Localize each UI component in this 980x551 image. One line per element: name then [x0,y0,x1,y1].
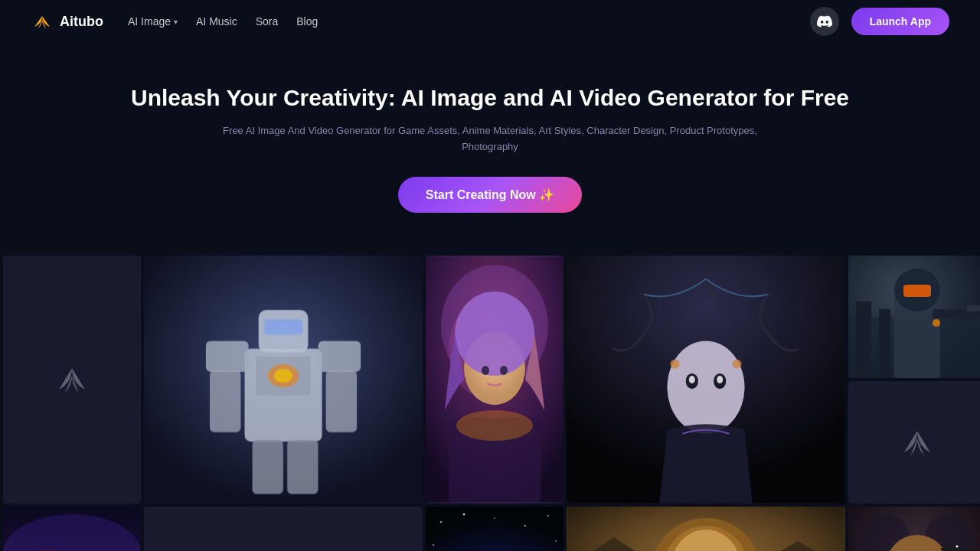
svg-rect-34 [879,309,890,378]
hero-subtitle: Free AI Image And Video Generator for Ga… [222,123,758,155]
discord-icon [817,14,832,29]
navbar-right: Launch App [810,7,949,36]
svg-point-27 [689,376,695,383]
svg-rect-7 [264,319,303,334]
svg-point-19 [482,366,489,375]
svg-rect-12 [253,439,283,494]
svg-point-30 [732,359,741,368]
svg-point-20 [500,366,508,375]
watermark-icon-bottom [264,549,302,551]
gallery-placeholder-bottom [144,507,423,551]
gallery-anime-girl [426,256,564,504]
soldier-image [848,256,980,378]
gallery-lion [567,507,845,551]
svg-point-18 [455,292,534,376]
svg-point-40 [933,319,940,327]
svg-point-58 [463,513,465,514]
svg-rect-10 [210,370,240,432]
hero-section: Unleash Your Creativity: AI Image and AI… [0,43,980,237]
dark-queen-image [567,256,845,504]
svg-rect-37 [903,285,931,297]
start-creating-button[interactable]: Start Creating Now ✨ [398,177,582,213]
gallery-mech-robot [144,256,423,504]
svg-point-88 [956,545,959,547]
svg-point-61 [547,515,549,517]
mech-robot-image [144,256,423,504]
svg-point-28 [717,376,723,383]
nav-sora[interactable]: Sora [256,15,279,28]
watermark-icon [53,360,91,399]
svg-point-63 [555,540,557,542]
nav-blog[interactable]: Blog [296,15,318,28]
svg-point-29 [670,359,679,368]
gallery-medieval-girl [848,507,980,551]
svg-rect-9 [318,341,361,371]
svg-point-57 [440,521,442,523]
svg-rect-13 [287,439,318,494]
nav-ai-music[interactable]: AI Music [196,15,237,28]
anime-girl-image [426,256,564,504]
navbar: Aitubo AI Image ▾ AI Music Sora Blog La [0,0,980,43]
nav-links: AI Image ▾ AI Music Sora Blog [128,15,318,28]
svg-point-62 [433,544,434,546]
svg-rect-11 [326,370,357,432]
gallery-placeholder-left [3,256,141,504]
chevron-down-icon: ▾ [174,18,178,26]
logo[interactable]: Aitubo [31,10,103,33]
svg-rect-39 [967,305,980,311]
launch-app-button[interactable]: Launch App [851,8,949,35]
discord-button[interactable] [810,7,839,36]
gallery-placeholder-right [848,381,980,504]
gallery-dark-queen [567,256,845,504]
hero-title: Unleash Your Creativity: AI Image and AI… [31,83,949,112]
logo-icon [31,10,54,33]
svg-rect-56 [426,507,564,551]
svg-rect-46 [40,549,57,551]
city-night-image [3,507,141,551]
planet-image [426,507,564,551]
watermark-icon-right [898,423,936,461]
gallery-soldier [848,256,980,378]
svg-point-59 [494,517,495,519]
nav-ai-image[interactable]: AI Image ▾ [128,15,178,28]
gallery-planet-space [426,507,564,551]
svg-point-5 [274,368,292,382]
svg-rect-8 [206,341,249,371]
svg-point-22 [456,410,533,441]
logo-text: Aitubo [60,14,103,30]
medieval-girl-image [848,507,980,551]
svg-point-24 [667,341,744,433]
svg-point-60 [524,525,526,527]
lion-image [567,507,845,551]
gallery-city-night [3,507,141,551]
gallery-section [0,237,980,551]
svg-rect-33 [856,302,871,378]
navbar-left: Aitubo AI Image ▾ AI Music Sora Blog [31,10,318,33]
